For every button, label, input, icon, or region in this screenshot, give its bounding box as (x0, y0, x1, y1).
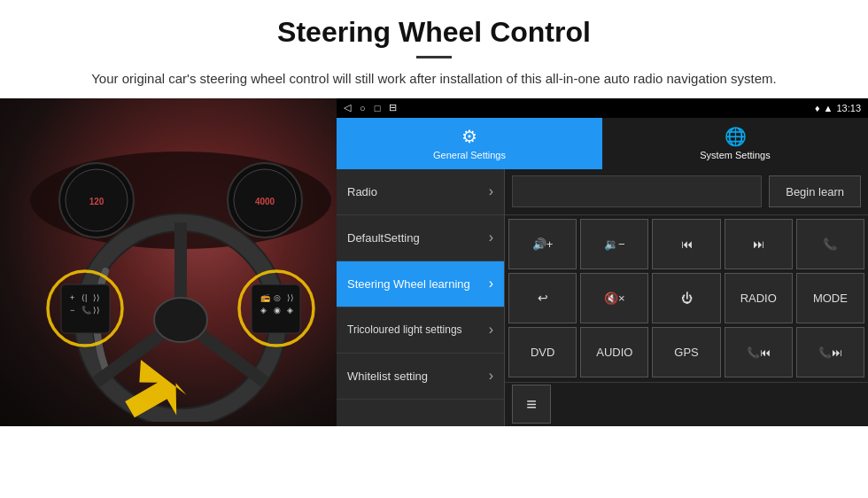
hang-up-button[interactable]: ↩ (508, 273, 577, 323)
power-button[interactable]: ⏻ (652, 273, 720, 323)
svg-text:◈: ◈ (260, 306, 267, 315)
phone-icon: 📞 (823, 237, 837, 251)
menu-item-radio-label: Radio (347, 185, 489, 198)
prev-track-button[interactable]: ⏮ (652, 219, 720, 269)
nav-home-icon[interactable]: ○ (360, 103, 366, 113)
svg-text:⟩⟩: ⟩⟩ (93, 293, 100, 302)
android-panel: ◁ ○ □ ⊟ ♦ ▲ 13:13 ⚙ General Settings 🌐 S… (337, 98, 868, 426)
tab-system-label: System Settings (700, 150, 770, 160)
chevron-right-icon: › (489, 230, 493, 245)
power-icon: ⏻ (681, 292, 693, 305)
radio-button[interactable]: RADIO (725, 273, 793, 323)
svg-text:⟩⟩: ⟩⟩ (93, 306, 100, 315)
menu-item-steering-label: Steering Wheel learning (347, 277, 489, 291)
title-divider (416, 56, 452, 58)
audio-label: AUDIO (596, 346, 632, 359)
phone-prev-icon: 📞⏮ (747, 346, 771, 359)
system-globe-icon: 🌐 (725, 126, 747, 147)
phone-answer-button[interactable]: 📞 (796, 219, 864, 269)
page-subtitle: Your original car's steering wheel contr… (53, 69, 815, 89)
volume-up-button[interactable]: 🔊+ (508, 219, 577, 269)
car-image-panel: 120 4000 + − ⟨| (0, 98, 337, 426)
svg-text:120: 120 (89, 197, 105, 206)
audio-button[interactable]: AUDIO (580, 327, 648, 377)
gps-label: GPS (674, 346, 698, 359)
svg-point-12 (154, 298, 207, 342)
whitelist-icon-button[interactable]: ≡ (512, 385, 551, 424)
menu-item-tricolour-label: Tricoloured light settings (347, 323, 489, 336)
svg-text:+: + (70, 293, 74, 302)
svg-text:◎: ◎ (274, 293, 281, 302)
volume-down-button[interactable]: 🔉− (580, 219, 648, 269)
gps-button[interactable]: GPS (652, 327, 720, 377)
phone-prev-button[interactable]: 📞⏮ (725, 327, 793, 377)
chevron-right-icon: › (489, 276, 493, 292)
menu-list: Radio › DefaultSetting › Steering Wheel … (337, 169, 868, 426)
begin-learn-button[interactable]: Begin learn (769, 175, 861, 207)
nav-cast-icon[interactable]: ⊟ (389, 102, 397, 113)
phone-next-button[interactable]: 📞⏭ (796, 327, 864, 377)
volume-up-icon: 🔊+ (532, 237, 554, 251)
menu-item-whitelist[interactable]: Whitelist setting › (337, 354, 504, 400)
svg-text:⟩⟩: ⟩⟩ (287, 293, 294, 302)
mute-icon: 🔇× (604, 292, 625, 305)
menu-item-whitelist-label: Whitelist setting (347, 370, 489, 383)
menu-item-default-label: DefaultSetting (347, 231, 489, 245)
mode-button[interactable]: MODE (796, 273, 864, 323)
page-header: Steering Wheel Control Your original car… (0, 0, 868, 98)
button-row-2: ↩ 🔇× ⏻ RADIO MODE (508, 273, 864, 323)
dvd-label: DVD (531, 346, 554, 359)
tab-general-label: General Settings (433, 150, 506, 160)
hang-up-icon: ↩ (538, 291, 548, 305)
right-content-panel: Begin learn 🔊+ 🔉− ⏮ (505, 169, 868, 426)
svg-text:−: − (70, 306, 74, 315)
radio-label: RADIO (740, 292, 777, 305)
menu-item-steering-wheel[interactable]: Steering Wheel learning › (337, 261, 504, 307)
tab-bar: ⚙ General Settings 🌐 System Settings (337, 118, 868, 169)
chevron-right-icon: › (489, 183, 493, 199)
next-track-icon: ⏭ (753, 237, 764, 251)
svg-text:📞: 📞 (81, 305, 92, 315)
dvd-button[interactable]: DVD (508, 327, 577, 377)
chevron-right-icon: › (489, 322, 493, 338)
nav-recent-icon[interactable]: □ (375, 103, 381, 113)
settings-gear-icon: ⚙ (461, 126, 477, 147)
page-title: Steering Wheel Control (53, 16, 815, 49)
prev-track-icon: ⏮ (681, 237, 693, 251)
menu-item-default-setting[interactable]: DefaultSetting › (337, 215, 504, 261)
tab-general-settings[interactable]: ⚙ General Settings (337, 118, 602, 169)
status-bar: ◁ ○ □ ⊟ ♦ ▲ 13:13 (337, 98, 868, 118)
list-icon: ≡ (526, 394, 537, 415)
volume-down-icon: 🔉− (604, 237, 625, 251)
status-bar-right: ♦ ▲ 13:13 (815, 103, 861, 113)
content-area: 120 4000 + − ⟨| (0, 98, 868, 426)
svg-text:◉: ◉ (274, 306, 281, 315)
tab-system-settings[interactable]: 🌐 System Settings (602, 118, 868, 169)
whitelist-icon-row: ≡ (505, 382, 868, 426)
begin-learn-empty-field (512, 175, 762, 207)
menu-item-radio[interactable]: Radio › (337, 169, 504, 215)
button-row-1: 🔊+ 🔉− ⏮ ⏭ 📞 (508, 219, 864, 269)
svg-text:◈: ◈ (287, 306, 293, 315)
steering-wheel-bg: 120 4000 + − ⟨| (0, 98, 337, 426)
wifi-icon: ♦ (815, 103, 820, 113)
next-track-button[interactable]: ⏭ (725, 219, 793, 269)
svg-text:📻: 📻 (260, 292, 271, 303)
clock: 13:13 (836, 103, 861, 113)
signal-icon: ▲ (824, 103, 833, 113)
svg-text:4000: 4000 (255, 197, 275, 206)
svg-text:⟨|: ⟨| (81, 293, 87, 302)
status-bar-nav: ◁ ○ □ ⊟ (344, 102, 397, 113)
phone-next-icon: 📞⏭ (818, 346, 842, 359)
mute-button[interactable]: 🔇× (580, 273, 648, 323)
begin-learn-row: Begin learn (505, 169, 868, 215)
control-button-grid: 🔊+ 🔉− ⏮ ⏭ 📞 (505, 215, 868, 382)
nav-back-icon[interactable]: ◁ (344, 102, 351, 113)
chevron-right-icon: › (489, 368, 493, 384)
button-row-3: DVD AUDIO GPS 📞⏮ 📞⏭ (508, 327, 864, 377)
menu-items-panel: Radio › DefaultSetting › Steering Wheel … (337, 169, 505, 426)
mode-label: MODE (813, 292, 848, 305)
menu-item-tricolour[interactable]: Tricoloured light settings › (337, 307, 504, 354)
